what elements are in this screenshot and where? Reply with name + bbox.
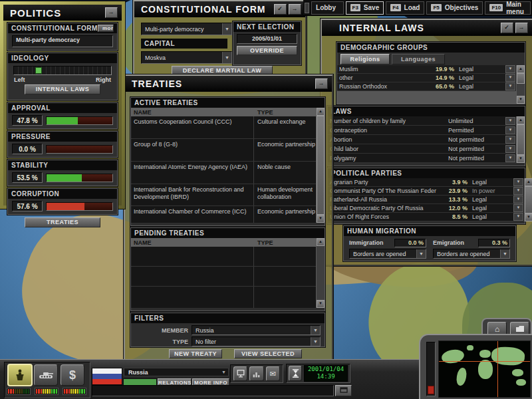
scrollbar[interactable]: ▲ ▼: [524, 178, 532, 221]
message-log-button[interactable]: [335, 385, 352, 396]
ideology-slider[interactable]: [13, 66, 112, 75]
scroll-down-icon[interactable]: ▼: [525, 213, 532, 221]
declare-martial-law-button[interactable]: DECLARE MARTIAL LAW: [172, 66, 273, 75]
empty-treaty-row[interactable]: [131, 287, 316, 308]
objectives-button[interactable]: F5 Objectives: [426, 1, 483, 15]
chevron-down-icon[interactable]: ▼: [505, 65, 515, 73]
scrollbar[interactable]: ▲ ▼: [516, 116, 525, 163]
type-filter-dropdown[interactable]: No filter ▼: [192, 336, 321, 346]
treaty-row[interactable]: Group of 8 (G-8) Economic partnership: [131, 139, 316, 162]
military-mode-button[interactable]: [34, 364, 58, 386]
internal-laws-panel: INTERNAL LAWS ✓ → DEMOGRAPHIC GROUPS Rel…: [321, 19, 532, 266]
scroll-up-icon[interactable]: ▲: [317, 238, 325, 246]
save-button[interactable]: F3 Save: [346, 1, 384, 15]
country-selector[interactable]: Russia ▼: [124, 368, 229, 376]
mail-icon: ✉: [270, 370, 276, 378]
empty-treaty-row[interactable]: [131, 267, 316, 287]
zoom-slider-thumb[interactable]: [428, 386, 434, 394]
panel-arrow-icon[interactable]: →: [105, 7, 118, 18]
scroll-up-icon[interactable]: ▲: [317, 108, 325, 116]
view-selected-button[interactable]: VIEW SELECTED: [234, 349, 302, 358]
chevron-down-icon[interactable]: ▼: [505, 74, 515, 82]
immigration-policy-dropdown[interactable]: Borders are opened ▼: [349, 249, 426, 259]
politics-mode-button[interactable]: [7, 364, 33, 386]
time-control-button[interactable]: [289, 366, 302, 381]
law-row[interactable]: Child labor Not permitted ▼: [328, 144, 516, 154]
corruption-header: CORRUPTION: [8, 189, 117, 199]
scrollbar[interactable]: ▲ ▼: [316, 108, 325, 223]
zoom-slider[interactable]: [426, 342, 436, 396]
chevron-down-icon[interactable]: ▼: [505, 82, 515, 90]
government-type-dropdown[interactable]: Multi-party democracy ▼: [141, 23, 232, 35]
religion-row[interactable]: Russian Orthodox 65.0 % Legal ▼: [337, 82, 516, 91]
constitutional-form-title-bar: CONSTITUTIONAL FORM ✓ →: [134, 1, 305, 17]
party-row[interactable]: Fatherland-All Russia 13.3 % Legal ▼: [328, 196, 524, 204]
new-treaty-button[interactable]: NEW TREATY: [169, 349, 222, 358]
treaty-row[interactable]: International Chamber of Commerce (ICC) …: [131, 206, 316, 223]
economy-mode-button[interactable]: $: [61, 364, 84, 386]
party-row[interactable]: Liberal Democratic Party Of Russia 12.0 …: [328, 204, 524, 213]
world-minimap[interactable]: [438, 340, 531, 398]
check-icon[interactable]: ✓: [274, 4, 287, 15]
member-filter-dropdown[interactable]: Russia ▼: [192, 325, 321, 335]
treaty-row[interactable]: Customs Cooperation Council (CCC) Cultur…: [131, 116, 316, 139]
minimap-greenland: [467, 345, 473, 350]
ideology-slider-thumb[interactable]: [35, 67, 42, 74]
more-button[interactable]: more: [98, 25, 114, 32]
scroll-up-icon[interactable]: ▲: [517, 116, 525, 124]
party-row[interactable]: Union Of Right Forces 8.5 % Legal ▼: [328, 213, 524, 221]
scrollbar[interactable]: ▲ ▼: [516, 65, 525, 104]
panel-arrow-icon[interactable]: →: [315, 78, 328, 89]
internal-laws-title-bar: INTERNAL LAWS ✓ →: [322, 20, 532, 36]
treaties-button[interactable]: TREATIES: [25, 217, 100, 227]
religion-row[interactable]: other 14.9 % Legal ▼: [337, 74, 516, 82]
override-button[interactable]: OVERRIDE: [237, 46, 297, 55]
law-row[interactable]: Polygamy Not permitted ▼: [328, 154, 516, 163]
scroll-down-icon[interactable]: ▼: [317, 215, 325, 223]
tab-languages[interactable]: Languages: [392, 54, 445, 65]
chevron-down-icon[interactable]: ▼: [513, 187, 523, 195]
treaty-row[interactable]: International Atomic Energy Agency (IAEA…: [131, 162, 316, 184]
party-row[interactable]: Communist Party Of The Russian Feder 23.…: [328, 187, 524, 196]
scrollbar[interactable]: ▲ ▼: [316, 238, 325, 308]
scroll-down-icon[interactable]: ▼: [517, 155, 525, 163]
chevron-down-icon[interactable]: ▼: [513, 213, 523, 221]
check-icon[interactable]: ✓: [501, 23, 513, 33]
chevron-down-icon[interactable]: ▼: [505, 117, 515, 125]
chevron-down-icon[interactable]: ▼: [505, 136, 515, 144]
chevron-down-icon[interactable]: ▼: [513, 204, 523, 212]
message-bar[interactable]: [92, 385, 334, 396]
capital-dropdown[interactable]: Moskva ▼: [141, 51, 232, 64]
chevron-down-icon[interactable]: ▼: [513, 178, 523, 186]
law-row[interactable]: Abortion Not permitted ▼: [328, 135, 516, 144]
main-menu-button[interactable]: F10 Main menu: [485, 1, 531, 15]
chevron-down-icon[interactable]: ▼: [505, 145, 515, 153]
treaty-row[interactable]: International Bank for Reconstruction an…: [131, 184, 316, 206]
internal-laws-button[interactable]: INTERNAL LAWS: [25, 84, 100, 94]
law-row[interactable]: Contraception Permitted ▼: [328, 126, 516, 135]
chevron-down-icon[interactable]: ▼: [513, 196, 523, 203]
minimap-panel: [419, 334, 532, 399]
scroll-down-icon[interactable]: ▼: [517, 96, 525, 104]
computer-button[interactable]: [233, 366, 247, 381]
party-row[interactable]: Agrarian Party 3.9 % Legal ▼: [328, 178, 524, 187]
lobby-button[interactable]: Lobby: [311, 1, 343, 15]
emigration-policy-dropdown[interactable]: Borders are opened ▼: [433, 249, 510, 259]
member-filter-label: MEMBER: [135, 327, 192, 334]
law-row[interactable]: Number of children by family Unlimited ▼: [328, 116, 516, 126]
mail-button[interactable]: ✉: [266, 366, 280, 381]
scroll-up-icon[interactable]: ▲: [525, 178, 532, 186]
panel-arrow-icon[interactable]: →: [289, 4, 301, 15]
panel-arrow-icon[interactable]: →: [515, 23, 528, 33]
save-label: Save: [364, 4, 379, 11]
chevron-down-icon[interactable]: ▼: [505, 154, 515, 162]
religion-row[interactable]: Muslim 19.9 % Legal ▼: [337, 65, 516, 74]
statistics-button[interactable]: [249, 366, 263, 381]
scroll-up-icon[interactable]: ▲: [517, 65, 525, 73]
chevron-down-icon[interactable]: ▼: [505, 126, 515, 134]
scroll-down-icon[interactable]: ▼: [317, 300, 325, 308]
politics-title-bar: POLITICS →: [3, 5, 122, 21]
empty-treaty-row[interactable]: [131, 247, 316, 267]
load-button[interactable]: F4 Load: [386, 1, 424, 15]
tab-religions[interactable]: Religions: [340, 54, 390, 65]
